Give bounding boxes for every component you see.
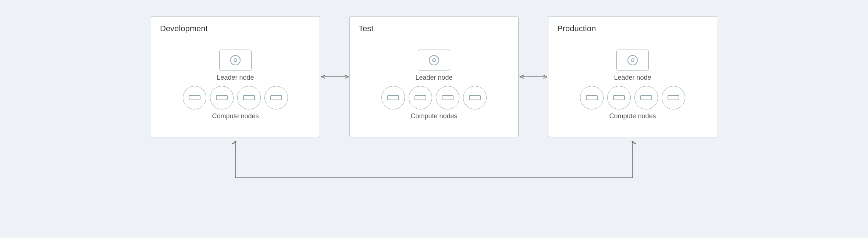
- compute-icons-row-prod: [580, 86, 685, 109]
- compute-label-prod: Compute nodes: [609, 112, 656, 120]
- env-box-development: Development Leader node: [151, 16, 320, 137]
- camera-outer-prod: [627, 55, 638, 65]
- env-box-production: Production Leader node: [548, 16, 717, 137]
- compute-label-test: Compute nodes: [410, 112, 457, 120]
- leader-label-dev: Leader node: [217, 74, 254, 82]
- top-row: Development Leader node: [29, 16, 839, 137]
- compute-rect-test-2: [415, 95, 426, 100]
- compute-rect-dev-3: [243, 95, 255, 100]
- compute-icons-row-dev: [183, 86, 288, 109]
- env-content-test: Leader node: [359, 40, 509, 130]
- camera-icon-dev: [230, 55, 241, 65]
- compute-node-icon-test-4: [463, 86, 487, 109]
- bottom-connector: [29, 141, 839, 192]
- compute-rect-dev-2: [216, 95, 228, 100]
- env-title-development: Development: [160, 24, 208, 33]
- env-content-production: Leader node: [557, 40, 708, 130]
- leader-node-icon-test: [418, 50, 450, 71]
- compute-node-icon-test-1: [381, 86, 405, 109]
- compute-rect-prod-2: [613, 95, 625, 100]
- compute-node-icon-dev-4: [264, 86, 288, 109]
- compute-node-icon-prod-3: [634, 86, 658, 109]
- compute-node-icon-test-3: [436, 86, 459, 109]
- compute-node-icon-test-2: [409, 86, 432, 109]
- leader-label-prod: Leader node: [614, 74, 651, 82]
- arrow-test-prod-svg: [519, 71, 548, 82]
- compute-rect-prod-4: [668, 95, 679, 100]
- env-title-test: Test: [359, 24, 373, 33]
- compute-node-icon-dev-2: [210, 86, 234, 109]
- compute-group-dev: Compute nodes: [183, 86, 288, 120]
- leader-node-group-test: Leader node: [415, 50, 452, 82]
- compute-rect-dev-1: [189, 95, 200, 100]
- compute-rect-test-4: [469, 95, 481, 100]
- compute-node-icon-prod-4: [662, 86, 685, 109]
- leader-node-icon-dev: [219, 50, 252, 71]
- bottom-connector-svg: [29, 141, 839, 192]
- env-box-test: Test Leader node: [349, 16, 519, 137]
- arrow-test-prod: [519, 71, 548, 82]
- camera-outer-test: [429, 55, 439, 65]
- compute-node-icon-prod-1: [580, 86, 604, 109]
- leader-node-group-dev: Leader node: [217, 50, 254, 82]
- compute-rect-test-3: [442, 95, 453, 100]
- env-title-production: Production: [557, 24, 596, 33]
- compute-group-prod: Compute nodes: [580, 86, 685, 120]
- arrow-dev-test: [320, 71, 349, 82]
- camera-inner-test: [432, 58, 436, 62]
- compute-node-icon-dev-1: [183, 86, 206, 109]
- camera-inner-dev: [234, 58, 237, 62]
- camera-icon-test: [429, 55, 439, 65]
- leader-node-group-prod: Leader node: [614, 50, 651, 82]
- camera-icon-prod: [627, 55, 638, 65]
- compute-rect-test-1: [387, 95, 399, 100]
- leader-node-icon-prod: [616, 50, 649, 71]
- env-content-development: Leader node: [160, 40, 311, 130]
- compute-icons-row-test: [381, 86, 487, 109]
- diagram-wrapper: Development Leader node: [29, 16, 839, 222]
- compute-rect-dev-4: [270, 95, 282, 100]
- compute-node-icon-prod-2: [607, 86, 631, 109]
- compute-group-test: Compute nodes: [381, 86, 487, 120]
- compute-label-dev: Compute nodes: [212, 112, 259, 120]
- leader-label-test: Leader node: [415, 74, 452, 82]
- compute-rect-prod-3: [640, 95, 652, 100]
- arrow-dev-test-svg: [320, 71, 349, 82]
- camera-outer-dev: [230, 55, 241, 65]
- compute-node-icon-dev-3: [237, 86, 261, 109]
- camera-inner-prod: [631, 58, 634, 62]
- compute-rect-prod-1: [586, 95, 598, 100]
